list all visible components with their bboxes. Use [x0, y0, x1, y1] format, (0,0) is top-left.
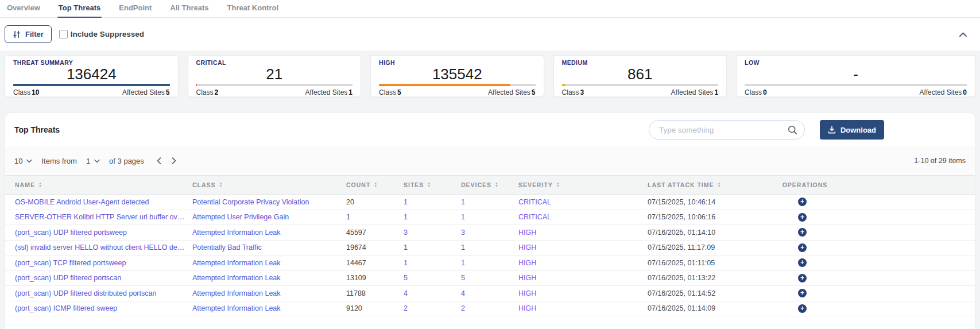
card-value: 861	[562, 67, 719, 82]
sites-link[interactable]: 1	[403, 240, 460, 256]
threat-class-link[interactable]: Attempted Information Leak	[192, 301, 346, 316]
class-value: 5	[397, 88, 401, 96]
search-input[interactable]	[658, 125, 788, 135]
severity-link[interactable]: HIGH	[518, 240, 647, 256]
next-page-button[interactable]	[172, 157, 176, 164]
sites-link[interactable]: 1	[403, 195, 460, 210]
previous-page-button[interactable]	[157, 157, 161, 164]
column-header-last-attack-time[interactable]: LAST ATTACK TIME	[647, 176, 773, 195]
sites-link[interactable]: 4	[403, 286, 460, 301]
column-header-name[interactable]: NAME	[5, 176, 192, 195]
severity-link[interactable]: CRITICAL	[518, 195, 647, 210]
severity-link[interactable]: HIGH	[518, 256, 647, 271]
sort-arrows-icon[interactable]	[219, 182, 223, 188]
threat-class-link[interactable]: Attempted Information Leak	[192, 256, 346, 271]
devices-link[interactable]: 1	[460, 195, 518, 210]
summary-card-critical: CRITICAL21Class2Affected Sites1	[188, 55, 362, 97]
threat-class-link[interactable]: Attempted Information Leak	[192, 225, 346, 241]
sort-arrows-icon[interactable]	[38, 182, 42, 188]
total-pages-label: of 3 pages	[109, 157, 144, 165]
items-from-label: Items from	[41, 157, 76, 165]
severity-link[interactable]: HIGH	[518, 270, 647, 286]
threat-name-link[interactable]: (port_scan) ICMP filtered sweep	[5, 301, 192, 316]
tab-overview[interactable]: Overview	[6, 0, 41, 17]
devices-link[interactable]: 1	[460, 256, 518, 271]
plus-circle-icon[interactable]	[798, 198, 807, 206]
column-header-devices[interactable]: DEVICES	[460, 176, 518, 195]
plus-circle-icon[interactable]	[798, 243, 807, 252]
threat-class-link[interactable]: Attempted Information Leak	[192, 286, 346, 301]
plus-circle-icon[interactable]	[798, 213, 807, 222]
summary-card-low: LOW-Class0Affected Sites0	[736, 55, 975, 97]
column-header-severity[interactable]: SEVERITY	[518, 176, 647, 195]
plus-circle-icon[interactable]	[798, 228, 807, 237]
threat-name-link[interactable]: OS-MOBILE Android User-Agent detected	[5, 195, 192, 210]
include-suppressed-checkbox[interactable]	[59, 30, 68, 38]
threat-name-link[interactable]: (port_scan) UDP filtered portscan	[5, 270, 192, 286]
table-row: (port_scan) UDP filtered portscanAttempt…	[5, 270, 975, 286]
severity-link[interactable]: HIGH	[518, 301, 647, 316]
sites-link[interactable]: 1	[403, 256, 460, 271]
card-affected-sites-stat: Affected Sites1	[305, 89, 353, 96]
sort-arrows-icon[interactable]	[556, 182, 560, 188]
sort-arrows-icon[interactable]	[495, 182, 499, 188]
threat-name-link[interactable]: SERVER-OTHER Kolibri HTTP Server uri buf…	[5, 210, 192, 225]
sites-link[interactable]: 5	[403, 270, 460, 286]
plus-circle-icon[interactable]	[798, 258, 807, 267]
page-number-select[interactable]: 1	[86, 157, 100, 165]
tab-top-threats[interactable]: Top Threats	[57, 0, 102, 17]
severity-link[interactable]: HIGH	[518, 286, 647, 301]
chevron-left-icon	[157, 157, 161, 164]
sites-link[interactable]: 2	[403, 301, 460, 316]
threat-name-link[interactable]: (port_scan) UDP filtered portsweep	[5, 225, 192, 241]
sites-link[interactable]: 3	[403, 225, 460, 241]
severity-link[interactable]: HIGH	[518, 225, 647, 241]
sort-arrows-icon[interactable]	[374, 182, 378, 188]
card-affected-sites-stat: Affected Sites5	[488, 89, 536, 96]
threat-class-link[interactable]: Potentially Bad Traffic	[192, 240, 346, 256]
threat-class-link[interactable]: Attempted User Privilege Gain	[192, 210, 346, 225]
table-row: OS-MOBILE Android User-Agent detectedPot…	[5, 195, 975, 210]
download-button[interactable]: Download	[820, 120, 884, 140]
collapse-section-button[interactable]	[959, 32, 967, 37]
threat-name-link[interactable]: (ssl) invalid server HELLO without clien…	[5, 240, 192, 256]
devices-link[interactable]: 5	[460, 270, 518, 286]
page-size-value: 10	[14, 157, 22, 165]
devices-link[interactable]: 1	[460, 210, 518, 225]
last-attack-time: 07/15/2025, 11:17:09	[647, 240, 773, 256]
threat-name-link[interactable]: (port_scan) TCP filtered portsweep	[5, 256, 192, 271]
card-progress-bar	[745, 84, 967, 86]
devices-link[interactable]: 3	[460, 225, 518, 241]
threat-class-link[interactable]: Attempted Information Leak	[192, 270, 346, 286]
severity-link[interactable]: CRITICAL	[518, 210, 647, 225]
devices-link[interactable]: 1	[460, 240, 518, 256]
magnifier-icon[interactable]	[788, 125, 797, 135]
plus-circle-icon[interactable]	[798, 304, 807, 313]
sort-arrows-icon[interactable]	[718, 182, 722, 188]
threat-name-link[interactable]: (port_scan) UDP filtered distributed por…	[5, 286, 192, 301]
tab-all-threats[interactable]: All Threats	[169, 0, 210, 17]
page-size-select[interactable]: 10	[14, 157, 32, 165]
devices-link[interactable]: 4	[460, 286, 518, 301]
plus-circle-icon[interactable]	[798, 274, 807, 282]
card-progress-fill	[13, 84, 170, 86]
row-filler	[836, 286, 975, 301]
card-progress-fill	[562, 84, 565, 86]
threat-class-link[interactable]: Potential Corporate Privacy Violation	[192, 195, 346, 210]
class-label: Class	[562, 88, 579, 96]
sites-link[interactable]: 1	[403, 210, 460, 225]
operations-cell	[773, 210, 836, 225]
column-header-count[interactable]: COUNT	[346, 176, 403, 195]
devices-link[interactable]: 2	[460, 301, 518, 316]
tab-threat-kontrol[interactable]: Threat Kontrol	[226, 0, 280, 17]
table-row: (port_scan) ICMP filtered sweepAttempted…	[5, 301, 975, 316]
column-header-sites[interactable]: SITES	[403, 176, 460, 195]
filter-button[interactable]: Filter	[5, 25, 52, 43]
sort-arrows-icon[interactable]	[427, 182, 431, 188]
tab-endpoint[interactable]: EndPoint	[118, 0, 153, 17]
column-header-operations: OPERATIONS	[773, 176, 836, 195]
plus-circle-icon[interactable]	[798, 289, 807, 297]
class-value: 10	[32, 88, 39, 96]
include-suppressed-toggle[interactable]: Include Suppressed	[59, 30, 144, 38]
column-header-class[interactable]: CLASS	[192, 176, 346, 195]
